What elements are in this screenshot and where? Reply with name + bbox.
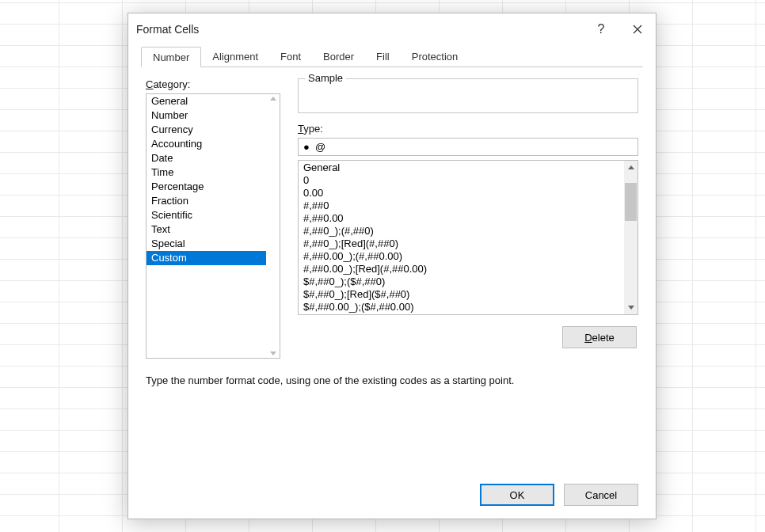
dialog-content: Category: General Number Currency Accoun…: [128, 67, 656, 474]
scroll-down-icon: [628, 306, 634, 310]
list-item[interactable]: Scientific: [147, 208, 266, 222]
dialog-footer: OK Cancel: [128, 474, 656, 519]
tab-strip: Number Alignment Font Border Fill Protec…: [141, 45, 643, 67]
list-item[interactable]: Time: [147, 165, 266, 180]
cancel-button[interactable]: Cancel: [564, 484, 638, 506]
tab-label: Fill: [376, 51, 390, 63]
category-listbox[interactable]: General Number Currency Accounting Date …: [146, 93, 280, 359]
list-item[interactable]: General: [299, 162, 624, 174]
list-item[interactable]: Special: [147, 237, 266, 251]
tab-number[interactable]: Number: [141, 47, 201, 67]
hint-text: Type the number format code, using one o…: [146, 374, 638, 386]
dialog-titlebar: Format Cells ?: [128, 13, 656, 45]
list-item[interactable]: General: [147, 94, 266, 108]
list-item[interactable]: #,##0.00_);(#,##0.00): [299, 250, 624, 263]
button-label: Cancel: [585, 489, 617, 501]
type-listbox[interactable]: General 0 0.00 #,##0 #,##0.00 #,##0_);(#…: [298, 160, 638, 315]
tab-protection[interactable]: Protection: [401, 46, 470, 66]
list-item[interactable]: #,##0: [299, 200, 624, 212]
type-label: Type:: [298, 123, 638, 135]
sample-label: Sample: [305, 72, 346, 84]
dialog-title: Format Cells: [136, 23, 199, 36]
category-section: Category: General Number Currency Accoun…: [146, 78, 280, 359]
tab-label: Font: [280, 51, 301, 63]
list-item[interactable]: Custom: [147, 251, 266, 265]
list-item[interactable]: Percentage: [147, 180, 266, 194]
button-label: OK: [510, 489, 525, 501]
scroll-up-icon: [270, 97, 276, 101]
list-item[interactable]: Text: [147, 222, 266, 237]
tab-font[interactable]: Font: [269, 46, 312, 66]
scroll-down-icon: [270, 352, 276, 355]
list-item[interactable]: #,##0_);[Red](#,##0): [299, 238, 624, 250]
list-item[interactable]: Accounting: [147, 137, 266, 151]
tab-label: Alignment: [212, 51, 258, 63]
listbox-scrollbar[interactable]: [266, 94, 280, 358]
ok-button[interactable]: OK: [480, 484, 554, 506]
format-cells-dialog: Format Cells ? Number Alignment Font Bor…: [128, 13, 657, 519]
scrollbar-thumb[interactable]: [625, 183, 637, 221]
tab-alignment[interactable]: Alignment: [201, 46, 269, 66]
close-button[interactable]: [619, 13, 656, 45]
delete-button[interactable]: Delete: [562, 326, 637, 348]
sample-frame: Sample: [298, 78, 638, 113]
list-item[interactable]: #,##0_);(#,##0): [299, 225, 624, 238]
list-item[interactable]: $#,##0_);($#,##0): [299, 276, 624, 288]
list-item[interactable]: Number: [147, 108, 266, 123]
right-column: Sample Type: General 0 0.00 #,##0 #,##0.…: [298, 78, 638, 359]
list-item[interactable]: Date: [147, 151, 266, 165]
category-listbox-inner: General Number Currency Accounting Date …: [147, 94, 266, 358]
list-item[interactable]: 0: [299, 174, 624, 187]
tab-label: Border: [323, 51, 354, 63]
tab-fill[interactable]: Fill: [365, 46, 401, 66]
list-item[interactable]: $#,##0_);[Red]($#,##0): [299, 288, 624, 301]
close-icon: [633, 25, 642, 34]
scroll-up-icon: [628, 165, 634, 169]
help-icon: ?: [598, 22, 605, 36]
list-item[interactable]: $#,##0.00_);($#,##0.00): [299, 301, 624, 314]
delete-row: Delete: [298, 326, 638, 348]
button-label: Delete: [584, 332, 615, 344]
list-item[interactable]: Fraction: [147, 194, 266, 208]
category-label: Category:: [146, 78, 280, 90]
tab-label: Protection: [412, 51, 459, 63]
type-listbox-scrollbar[interactable]: [624, 161, 638, 314]
list-item[interactable]: #,##0.00_);[Red](#,##0.00): [299, 263, 624, 276]
type-input[interactable]: [298, 138, 638, 156]
tab-border[interactable]: Border: [312, 46, 365, 66]
list-item[interactable]: 0.00: [299, 187, 624, 200]
titlebar-buttons: ?: [583, 13, 656, 45]
list-item[interactable]: Currency: [147, 123, 266, 137]
tab-label: Number: [153, 51, 189, 63]
help-button[interactable]: ?: [583, 13, 619, 45]
content-row: Category: General Number Currency Accoun…: [146, 78, 638, 359]
type-listbox-inner: General 0 0.00 #,##0 #,##0.00 #,##0_);(#…: [299, 161, 624, 314]
list-item[interactable]: #,##0.00: [299, 212, 624, 225]
